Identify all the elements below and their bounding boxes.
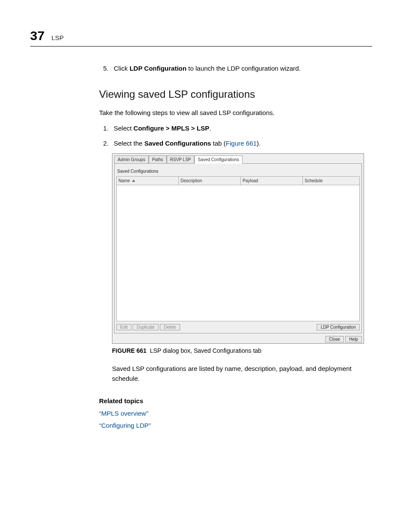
after-figure-text: Saved LSP configurations are listed by n… <box>112 364 372 383</box>
step-text: Click LDP Configuration to launch the LD… <box>114 64 301 74</box>
delete-button[interactable]: Delete <box>160 324 180 330</box>
tab-paths[interactable]: Paths <box>149 156 167 163</box>
dialog-panel: Saved Configurations Name Description Pa… <box>114 163 362 333</box>
tab-saved-configurations[interactable]: Saved Configurations <box>194 156 243 164</box>
figure-link[interactable]: Figure 661 <box>226 140 257 147</box>
step-text: Select the Saved Configurations tab (Fig… <box>114 139 261 149</box>
col-description[interactable]: Description <box>179 177 241 185</box>
ldp-configuration-button[interactable]: LDP Configuration <box>317 324 360 330</box>
tab-rsvp-lsp[interactable]: RSVP LSP <box>167 156 195 163</box>
step-number: 5. <box>99 64 109 74</box>
figure-caption: FIGURE 661 LSP dialog box, Saved Configu… <box>112 346 372 355</box>
page-header: 37 LSP <box>30 26 372 47</box>
col-schedule[interactable]: Schedule <box>303 177 359 185</box>
config-table: Name Description Payload Schedule <box>116 176 360 321</box>
section-heading: Viewing saved LSP configurations <box>99 87 372 102</box>
step-1: 1. Select Configure > MPLS > LSP. <box>99 124 372 134</box>
chapter-number: 37 <box>30 26 44 45</box>
help-button[interactable]: Help <box>345 336 362 342</box>
table-header: Name Description Payload Schedule <box>117 177 359 185</box>
related-topics: Related topics “MPLS overview” “Configur… <box>99 396 372 431</box>
duplicate-button[interactable]: Duplicate <box>133 324 159 330</box>
step-text: Select Configure > MPLS > LSP. <box>114 124 211 134</box>
figure-661: Admin Groups Paths RSVP LSP Saved Config… <box>112 153 372 355</box>
chapter-title: LSP <box>51 33 63 43</box>
col-payload[interactable]: Payload <box>241 177 303 185</box>
step-number: 1. <box>99 124 109 134</box>
panel-title: Saved Configurations <box>117 168 360 174</box>
tab-bar: Admin Groups Paths RSVP LSP Saved Config… <box>114 156 362 163</box>
col-name[interactable]: Name <box>117 177 179 185</box>
link-configuring-ldp[interactable]: “Configuring LDP” <box>99 421 372 431</box>
step-5: 5. Click LDP Configuration to launch the… <box>99 64 372 74</box>
sort-asc-icon <box>132 180 135 182</box>
close-button[interactable]: Close <box>325 336 344 342</box>
tab-admin-groups[interactable]: Admin Groups <box>114 156 149 163</box>
related-heading: Related topics <box>99 396 372 406</box>
edit-button[interactable]: Edit <box>116 324 131 330</box>
section-intro: Take the following steps to view all sav… <box>99 108 372 118</box>
step-2: 2. Select the Saved Configurations tab (… <box>99 139 372 149</box>
link-mpls-overview[interactable]: “MPLS overview” <box>99 409 372 419</box>
dialog-button-row: Edit Duplicate Delete LDP Configuration <box>116 324 360 330</box>
step-number: 2. <box>99 139 109 149</box>
dialog-footer: Close Help <box>114 336 362 342</box>
lsp-dialog: Admin Groups Paths RSVP LSP Saved Config… <box>112 153 364 344</box>
